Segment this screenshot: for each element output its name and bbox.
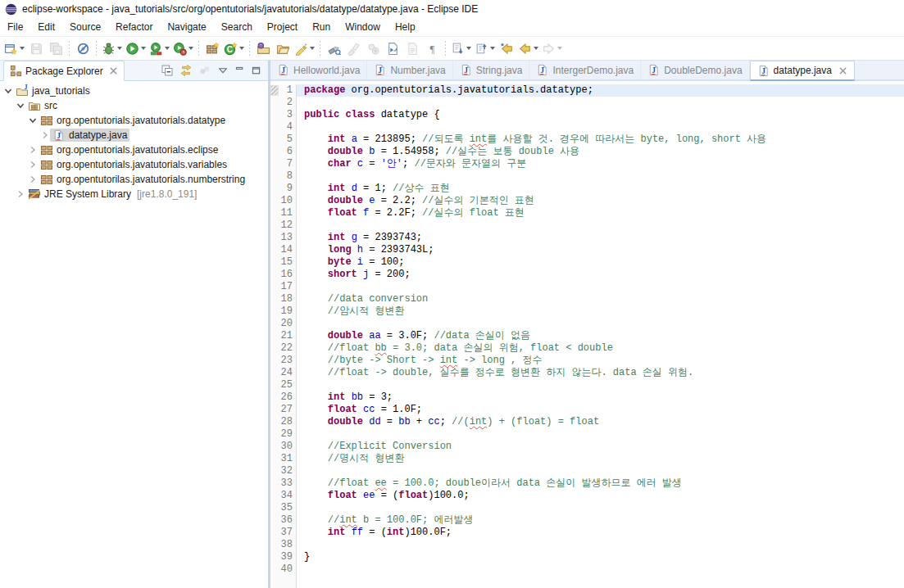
code-line[interactable]: public class datatype { (304, 109, 904, 121)
chevron-right-icon[interactable] (15, 189, 25, 199)
code-line[interactable]: //float ee = 100.0; double이라서 data 손실이 발… (304, 477, 904, 490)
code-line[interactable]: //float -> double, 실수를 정수로 형변환 하지 않는다. d… (304, 367, 904, 379)
view-menu-button[interactable] (217, 65, 229, 76)
line-number-ruler[interactable]: 1234567891011121314151617181920212223242… (279, 84, 297, 588)
code-line[interactable] (304, 502, 904, 514)
tree-item[interactable]: JRE System Library[jre1.8.0_191] (0, 187, 268, 201)
new-java-package-button[interactable] (202, 38, 222, 58)
code-line[interactable]: double b = 1.54958; //실수는 보통 double 사용 (304, 146, 904, 158)
link-with-editor-button[interactable] (179, 64, 193, 77)
code-line[interactable]: int ff = (int)100.0F; (304, 527, 904, 539)
menu-refactor[interactable]: Refactor (108, 19, 160, 35)
skip-all-breakpoints-button[interactable] (73, 38, 93, 58)
tree-item[interactable]: org.opentutorials.javatutorials.variable… (0, 157, 268, 172)
code-line[interactable] (304, 121, 904, 133)
save-button[interactable] (26, 38, 46, 58)
tree-item[interactable]: org.opentutorials.javatutorials.eclipse (0, 142, 268, 157)
code-line[interactable]: //data conversion (304, 293, 904, 305)
clean-up-button[interactable] (343, 38, 363, 58)
code-line[interactable]: int bb = 3; (304, 391, 904, 404)
run-button[interactable] (124, 38, 148, 58)
show-whitespace-button[interactable]: ¶ (422, 38, 442, 58)
code-line[interactable] (304, 97, 904, 109)
chevron-down-icon[interactable] (15, 101, 25, 111)
code-line[interactable]: double dd = bb + cc; //(int) + (float) =… (304, 416, 904, 428)
code-line[interactable]: //명시적 형변환 (304, 453, 904, 465)
code-editor[interactable]: 1234567891011121314151617181920212223242… (270, 81, 904, 588)
code-line[interactable]: double e = 2.2; //실수의 기본적인 표현 (304, 195, 904, 207)
menu-navigate[interactable]: Navigate (160, 19, 213, 35)
open-resource-button[interactable] (273, 38, 293, 58)
code-line[interactable]: //float bb = 3.0; data 손실의 위험, float < d… (304, 342, 904, 355)
menu-project[interactable]: Project (260, 19, 305, 35)
minimize-button[interactable] (234, 66, 245, 76)
collapse-all-button[interactable] (161, 64, 174, 77)
chevron-right-icon[interactable] (27, 174, 38, 184)
code-line[interactable]: int d = 1; //상수 표현 (304, 183, 904, 195)
code-line[interactable] (304, 563, 904, 576)
last-edit-location-button[interactable] (497, 38, 516, 58)
tree-item[interactable]: org.opentutorilas.javatutorials.numberst… (0, 172, 268, 187)
code-line[interactable] (304, 281, 904, 293)
editor-tab-datatype.java[interactable]: Jdatatype.java (750, 61, 855, 81)
mark-occurrences-button[interactable] (293, 38, 316, 58)
menu-source[interactable]: Source (62, 19, 108, 35)
search-button[interactable] (324, 38, 343, 58)
chevron-right-icon[interactable] (27, 145, 38, 155)
code-line[interactable]: double aa = 3.0F; //data 손실이 없음 (304, 330, 904, 342)
menu-window[interactable]: Window (338, 19, 388, 35)
menu-help[interactable]: Help (388, 19, 423, 35)
code-line[interactable]: float cc = 1.0F; (304, 404, 904, 416)
code-line[interactable]: //byte -> Short -> int -> long , 정수 (304, 355, 904, 367)
code-line[interactable]: byte i = 100; (304, 256, 904, 269)
code-line[interactable] (304, 465, 904, 477)
code-line[interactable]: //int b = 100.0F; 에러발생 (304, 514, 904, 527)
run-last-tool-button[interactable] (383, 38, 402, 58)
editor-tab-String.java[interactable]: JString.java (453, 61, 530, 79)
annotation-ruler[interactable] (270, 84, 279, 588)
coverage-button[interactable] (148, 38, 171, 58)
menu-file[interactable]: File (0, 19, 30, 35)
forward-button[interactable] (540, 38, 564, 58)
code-line[interactable] (304, 428, 904, 441)
code-line[interactable]: long h = 2393743L; (304, 244, 904, 256)
maximize-button[interactable] (251, 66, 261, 76)
menu-edit[interactable]: Edit (30, 19, 62, 35)
editor-tab-Helloworld.java[interactable]: JHelloworld.java (270, 61, 367, 79)
new-java-class-button[interactable]: C (222, 38, 246, 58)
save-all-button[interactable] (46, 38, 66, 58)
close-icon[interactable] (838, 66, 847, 75)
editor-tab-Number.java[interactable]: JNumber.java (367, 61, 452, 79)
code-line[interactable] (304, 379, 904, 391)
code-line[interactable] (304, 318, 904, 330)
menu-search[interactable]: Search (214, 19, 260, 35)
external-tools-button[interactable] (363, 38, 383, 58)
tree-item[interactable]: Jdatatype.java (0, 128, 268, 142)
code-line[interactable]: //암시적 형변환 (304, 305, 904, 318)
code-line[interactable]: package org.opentutorials.javatutorials.… (297, 84, 904, 97)
focus-button[interactable] (198, 64, 211, 77)
tree-item[interactable]: org.opentutorials.javatutorials.datatype (0, 113, 268, 128)
close-view-icon[interactable] (109, 66, 118, 75)
package-explorer-tab[interactable]: Package Explorer (3, 61, 125, 81)
chevron-right-icon[interactable] (39, 130, 50, 140)
code-line[interactable]: char c = '안'; //문자와 문자열의 구분 (304, 158, 904, 170)
profile-button[interactable] (171, 38, 195, 58)
menu-run[interactable]: Run (305, 19, 338, 35)
code-line[interactable]: float f = 2.2F; //실수의 float 표현 (304, 207, 904, 219)
code-line[interactable] (304, 219, 904, 232)
editor-tab-IntergerDemo.java[interactable]: JIntergerDemo.java (529, 61, 641, 79)
chevron-down-icon[interactable] (27, 115, 38, 125)
code-line[interactable] (304, 539, 904, 551)
chevron-right-icon[interactable] (27, 160, 38, 170)
new-wizard-button[interactable] (2, 38, 26, 58)
chevron-down-icon[interactable] (2, 86, 13, 96)
code-line[interactable]: int a = 213895; //되도록 int를 사용할 것. 경우에 따라… (304, 133, 904, 146)
code-line[interactable]: } (304, 551, 904, 563)
back-button[interactable] (516, 38, 540, 58)
code-line[interactable] (304, 170, 904, 183)
editor-tab-DoubleDemo.java[interactable]: JDoubleDemo.java (641, 61, 749, 79)
code-line[interactable]: float ee = (float)100.0; (304, 490, 904, 502)
code-line[interactable]: int g = 2393743; (304, 232, 904, 244)
code-line[interactable]: //Explicit Conversion (304, 441, 904, 453)
